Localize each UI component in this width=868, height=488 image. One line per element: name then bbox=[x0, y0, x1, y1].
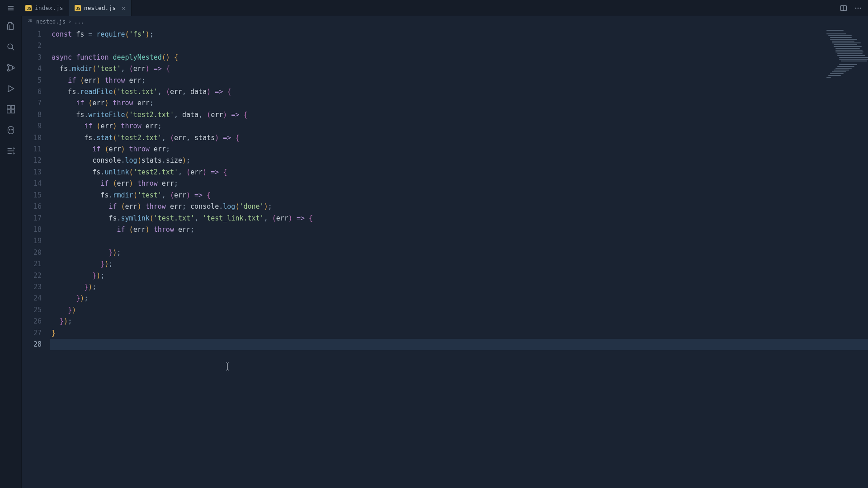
breadcrumb-rest: ... bbox=[74, 19, 84, 25]
text-cursor-icon bbox=[224, 362, 231, 372]
split-editor-icon[interactable] bbox=[840, 5, 847, 12]
svg-point-15 bbox=[13, 148, 14, 149]
extensions-icon[interactable] bbox=[5, 104, 16, 115]
svg-point-2 bbox=[858, 7, 859, 9]
tab-index-js[interactable]: JS index.js bbox=[20, 0, 69, 16]
close-icon[interactable]: × bbox=[122, 5, 125, 12]
svg-point-8 bbox=[8, 91, 9, 92]
activity-bar bbox=[0, 16, 22, 488]
javascript-file-icon: JS bbox=[28, 19, 33, 24]
source-control-icon[interactable] bbox=[5, 62, 16, 73]
svg-rect-12 bbox=[11, 106, 14, 109]
svg-point-7 bbox=[12, 67, 14, 69]
tab-label: nested.js bbox=[84, 5, 116, 11]
hamburger-icon bbox=[7, 5, 14, 12]
svg-point-14 bbox=[11, 129, 12, 130]
javascript-file-icon: JS bbox=[25, 5, 32, 11]
svg-rect-9 bbox=[7, 106, 10, 109]
svg-point-13 bbox=[9, 129, 10, 130]
breadcrumb[interactable]: JS nested.js › ... bbox=[22, 16, 868, 27]
title-bar-actions bbox=[840, 0, 868, 16]
editor-tabs: JS index.js JS nested.js × bbox=[20, 0, 132, 16]
tab-label: index.js bbox=[35, 5, 63, 11]
svg-rect-10 bbox=[7, 110, 10, 113]
line-number-gutter: 1234567891011121314151617181920212223242… bbox=[22, 27, 50, 488]
app-menu-button[interactable] bbox=[2, 0, 20, 16]
title-bar: JS index.js JS nested.js × bbox=[0, 0, 868, 16]
code-area[interactable]: 1234567891011121314151617181920212223242… bbox=[22, 27, 868, 488]
breadcrumb-separator: › bbox=[68, 19, 71, 25]
tab-nested-js[interactable]: JS nested.js × bbox=[69, 0, 132, 16]
copilot-icon[interactable] bbox=[5, 125, 16, 136]
javascript-file-icon: JS bbox=[75, 5, 81, 11]
breadcrumb-file: nested.js bbox=[36, 19, 66, 25]
more-actions-icon[interactable] bbox=[854, 5, 862, 12]
svg-point-5 bbox=[7, 64, 9, 66]
explorer-icon[interactable] bbox=[5, 21, 16, 32]
code-content[interactable]: const fs = require('fs'); async function… bbox=[50, 27, 868, 488]
bookmarks-icon[interactable] bbox=[5, 145, 16, 156]
editor: JS nested.js › ... 123456789101112131415… bbox=[22, 16, 868, 488]
run-debug-icon[interactable] bbox=[5, 83, 16, 94]
svg-rect-11 bbox=[11, 110, 14, 113]
svg-point-1 bbox=[855, 7, 857, 9]
svg-point-6 bbox=[7, 69, 9, 71]
search-icon[interactable] bbox=[5, 42, 16, 52]
minimap[interactable] bbox=[826, 30, 863, 61]
svg-point-3 bbox=[860, 7, 861, 9]
svg-point-4 bbox=[8, 44, 13, 49]
svg-point-16 bbox=[13, 153, 14, 154]
